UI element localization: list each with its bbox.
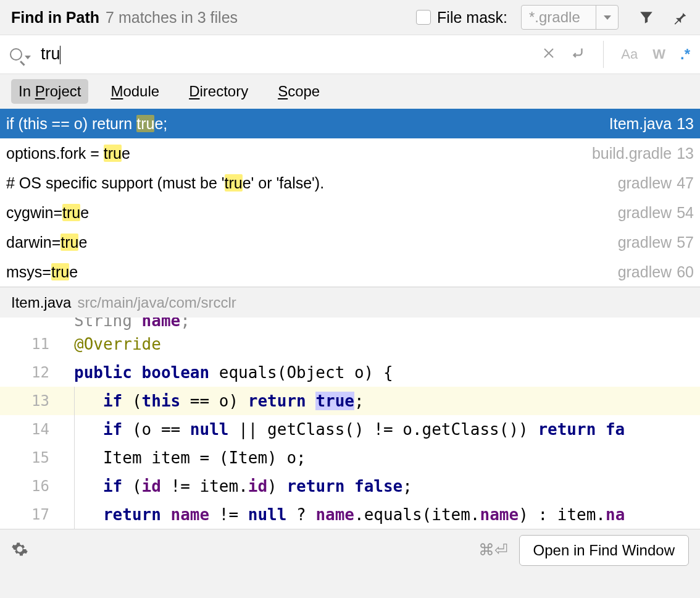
search-icon: [10, 48, 22, 61]
result-file: gradlew: [618, 204, 672, 222]
result-text: msys=true: [6, 263, 618, 281]
result-text: darwin=true: [6, 234, 618, 251]
file-mask-value: *.gradle: [522, 9, 596, 26]
result-line: 60: [677, 263, 694, 281]
result-file: gradlew: [618, 263, 672, 281]
line-number: 16: [0, 478, 59, 495]
result-line: 57: [677, 234, 694, 251]
line-number: 17: [0, 506, 59, 523]
file-mask-group: File mask: *.gradle: [416, 5, 619, 30]
result-file: gradlew: [618, 174, 672, 192]
clear-icon[interactable]: [543, 46, 555, 63]
preview-path: src/main/java/com/srcclr: [77, 294, 236, 311]
search-input[interactable]: tru: [41, 44, 60, 64]
newline-icon[interactable]: [570, 44, 586, 64]
result-row[interactable]: if (this == o) return true;Item.java13: [0, 109, 700, 138]
code-preview[interactable]: 10 String name; 11 @Override 12 public b…: [0, 318, 700, 529]
result-line: 13: [677, 145, 694, 162]
result-row[interactable]: # OS specific support (must be 'true' or…: [0, 168, 700, 198]
line-number: 12: [0, 364, 59, 381]
result-text: if (this == o) return true;: [6, 115, 609, 133]
result-file: build.gradle: [592, 145, 672, 162]
tab-in-project[interactable]: In Project: [11, 79, 88, 104]
scope-tabs: In Project Module Directory Scope: [0, 74, 700, 109]
line-number: 11: [0, 335, 59, 353]
match-count: 7 matches in 3 files: [106, 9, 238, 27]
gear-icon[interactable]: [11, 541, 28, 560]
preview-filename: Item.java: [11, 294, 71, 311]
search-bar: tru Aa W .*: [0, 35, 700, 74]
line-number: 14: [0, 421, 59, 438]
result-row[interactable]: msys=truegradlew60: [0, 257, 700, 287]
chevron-down-icon[interactable]: [596, 5, 618, 30]
dialog-title: Find in Path: [11, 9, 99, 27]
open-in-find-window-button[interactable]: Open in Find Window: [519, 535, 689, 566]
file-mask-dropdown[interactable]: *.gradle: [521, 5, 619, 30]
match-case-toggle[interactable]: Aa: [621, 46, 638, 62]
tab-scope[interactable]: Scope: [270, 79, 327, 104]
file-mask-checkbox[interactable]: [416, 10, 431, 25]
filter-icon[interactable]: [638, 9, 654, 25]
results-list: if (this == o) return true;Item.java13op…: [0, 109, 700, 287]
result-row[interactable]: cygwin=truegradlew54: [0, 198, 700, 227]
result-text: cygwin=true: [6, 204, 618, 222]
dialog-footer: ⌘⏎ Open in Find Window: [0, 529, 700, 571]
tab-module[interactable]: Module: [103, 79, 167, 104]
pin-icon[interactable]: [672, 9, 689, 26]
preview-header: Item.java src/main/java/com/srcclr: [0, 287, 700, 318]
chevron-down-icon: [25, 56, 31, 59]
whole-words-toggle[interactable]: W: [652, 46, 665, 62]
result-row[interactable]: darwin=truegradlew57: [0, 227, 700, 257]
file-mask-label: File mask:: [437, 9, 507, 27]
search-history-button[interactable]: [10, 48, 31, 61]
result-row[interactable]: options.fork = truebuild.gradle13: [0, 138, 700, 168]
line-number: 15: [0, 449, 59, 466]
result-text: # OS specific support (must be 'true' or…: [6, 174, 618, 192]
result-file: gradlew: [618, 234, 672, 251]
dialog-header: Find in Path 7 matches in 3 files File m…: [0, 0, 700, 35]
line-number: 13: [0, 392, 59, 410]
result-line: 54: [677, 204, 694, 222]
keyboard-shortcut: ⌘⏎: [478, 541, 508, 560]
regex-toggle[interactable]: .*: [680, 46, 690, 63]
divider: [603, 41, 604, 68]
tab-directory[interactable]: Directory: [181, 79, 256, 104]
result-line: 13: [677, 115, 694, 133]
result-text: options.fork = true: [6, 145, 592, 162]
result-file: Item.java: [609, 115, 672, 133]
result-line: 47: [677, 174, 694, 192]
